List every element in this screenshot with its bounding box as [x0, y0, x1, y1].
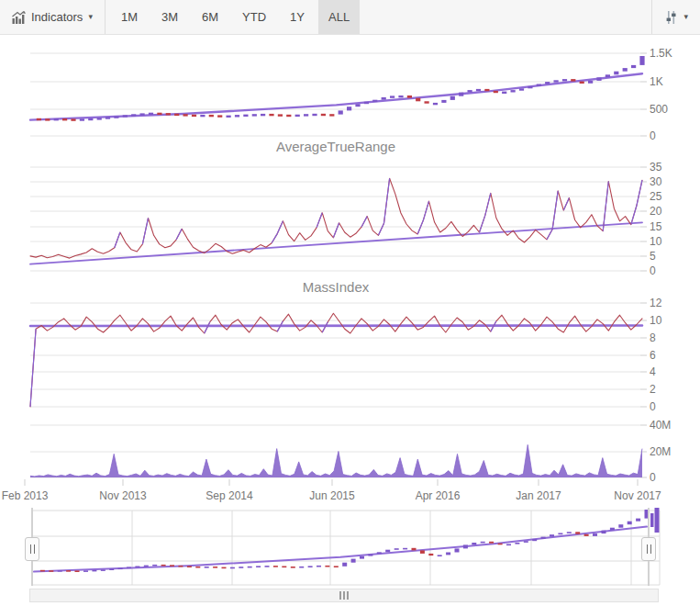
range-button-6m[interactable]: 6M	[192, 0, 228, 34]
y-tick-label: 500	[650, 103, 668, 116]
atr-line-series	[30, 178, 642, 258]
grip-bars-icon	[339, 591, 341, 600]
y-tick-label: 10	[650, 235, 662, 248]
y-tick-label: 30	[650, 175, 662, 188]
x-axis: Feb 2013 Nov 2013 Sep 2014 Jun 2015 Apr …	[2, 489, 661, 502]
y-tick-label: 0	[650, 264, 656, 277]
x-tick-label: Jun 2015	[309, 489, 355, 502]
grip-bars-icon	[343, 591, 345, 600]
mass-rising-segments	[30, 321, 496, 407]
chart-toolbar: Indicators ▾ 1M 3M 6M YTD 1Y ALL ▾	[0, 0, 700, 35]
range-button-1y[interactable]: 1Y	[280, 0, 315, 34]
navigator-left-handle[interactable]	[25, 537, 39, 561]
navigator-selection-edges[interactable]	[32, 508, 649, 586]
y-tick-label: 35	[650, 161, 662, 174]
navigator-right-handle[interactable]	[641, 537, 656, 561]
y-tick-label: 25	[650, 190, 662, 203]
y-tick-label: 40M	[650, 419, 671, 432]
chevron-down-icon: ▾	[683, 13, 688, 21]
y-axis-mass: 12 10 8 6 4 2 0	[650, 297, 662, 413]
y-tick-label: 4	[650, 365, 656, 378]
y-tick-label: 20M	[650, 445, 671, 458]
indicators-button-label: Indicators	[31, 10, 83, 24]
price-trendline-series	[30, 73, 642, 119]
grip-bars-icon	[650, 544, 651, 554]
y-tick-label: 2	[650, 383, 656, 396]
y-tick-label: 15	[650, 220, 662, 233]
navigator-grid	[32, 511, 660, 585]
x-tick-label: Feb 2013	[2, 489, 49, 502]
navigator-trendline-series	[34, 527, 647, 572]
toolbar-spacer	[361, 0, 651, 34]
y-tick-label: 5	[650, 250, 656, 263]
y-tick-label: 1.5K	[650, 47, 672, 60]
y-tick-label: 0	[650, 471, 656, 484]
navigator-pane[interactable]	[0, 508, 700, 586]
y-tick-label: 0	[650, 400, 656, 413]
x-tick-label: Apr 2016	[416, 489, 461, 502]
y-axis-atr: 35 30 25 20 15 10 5 0	[650, 161, 662, 277]
x-tick-label: Sep 2014	[206, 489, 253, 502]
grip-bars-icon	[34, 544, 35, 554]
chart-columns-icon	[12, 11, 26, 24]
y-axis-price: 1.5K 1K 500 0	[650, 47, 672, 142]
indicators-button[interactable]: Indicators ▾	[0, 0, 105, 34]
mass-trendline-series	[30, 326, 642, 327]
y-tick-label: 8	[650, 331, 656, 344]
y-tick-label: 20	[650, 205, 662, 218]
grid-price-pane	[30, 53, 647, 136]
x-tick-label: Nov 2017	[614, 489, 661, 502]
chevron-down-icon: ▾	[88, 13, 93, 21]
y-axis-volume: 40M 20M 0	[650, 419, 671, 484]
y-tick-label: 6	[650, 349, 656, 362]
range-button-1m[interactable]: 1M	[111, 0, 148, 34]
range-button-ytd[interactable]: YTD	[232, 0, 276, 34]
range-selector: 1M 3M 6M YTD 1Y ALL	[109, 0, 361, 34]
navigator-scrollbar[interactable]	[29, 589, 659, 602]
atr-rising-segments	[115, 178, 642, 247]
x-tick-label: Nov 2013	[99, 489, 147, 502]
navigator-tail-series	[650, 508, 660, 533]
price-candlestick-series	[37, 56, 645, 121]
mass-line-series	[30, 313, 642, 407]
grip-bars-icon	[347, 591, 349, 600]
grip-bars-icon	[30, 544, 31, 554]
range-button-all[interactable]: ALL	[318, 0, 360, 34]
y-tick-label: 1K	[650, 75, 663, 88]
range-button-3m[interactable]: 3M	[151, 0, 188, 34]
chart-properties-button[interactable]: ▾	[652, 0, 700, 34]
y-tick-label: 12	[650, 297, 662, 309]
y-tick-label: 10	[650, 314, 662, 327]
sliders-icon	[664, 10, 678, 25]
grip-bars-icon	[647, 544, 648, 554]
stock-chart-plot-area[interactable]: AverageTrueRange MassIndex 1.5K 1K 500 0…	[0, 35, 700, 505]
navigator-candlestick-series	[40, 510, 650, 572]
volume-area-series	[30, 444, 642, 477]
toolbar-separator	[105, 0, 106, 34]
pane-title-mass-index: MassIndex	[303, 279, 370, 295]
pane-title-average-true-range: AverageTrueRange	[276, 139, 395, 154]
y-tick-label: 0	[650, 129, 656, 142]
x-tick-label: Jan 2017	[516, 489, 561, 502]
